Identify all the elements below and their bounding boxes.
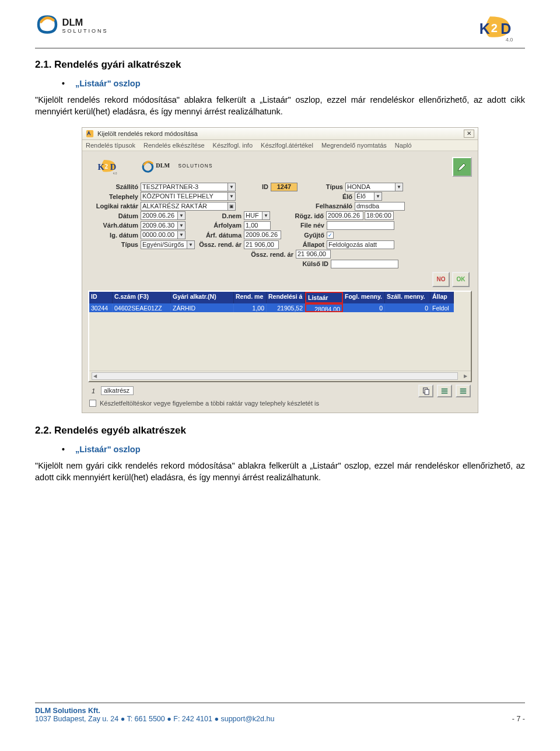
label-osszrend2: Össz. rend. ár [247, 251, 296, 258]
cell: 04602SEAE01ZZ [113, 303, 171, 312]
cell: ZÁRHID [171, 303, 234, 312]
col-rendelesi[interactable]: Rendelési á [267, 292, 305, 303]
field-id[interactable]: 1247 [271, 183, 298, 191]
label-tipus: Típus [298, 183, 345, 190]
window-close-icon[interactable]: ✕ [464, 130, 474, 138]
cell: 1,00 [234, 303, 267, 312]
col-rendme[interactable]: Rend. me [234, 292, 267, 303]
svg-text:DLM: DLM [156, 162, 170, 169]
field-tipus2[interactable]: Egyéni/Sürgős [141, 240, 187, 249]
edit-button[interactable] [452, 157, 472, 177]
menu-item[interactable]: Rendelés elkészítése [144, 142, 205, 149]
field-dnem[interactable]: HUF [244, 211, 262, 220]
footer-address: 1037 Budapest, Zay u. 24 ● T: 661 5500 ●… [35, 715, 274, 723]
field-rogz-time[interactable]: 18:06:00 [365, 211, 394, 220]
chevron-down-icon[interactable]: ▼ [228, 192, 236, 201]
label-tipus2: Típus [88, 241, 141, 248]
checkbox-keszlet[interactable] [89, 400, 96, 407]
label-kulsoid: Külső ID [296, 260, 331, 267]
menu-item[interactable]: Készlfogl. info [213, 142, 253, 149]
col-foglmenny[interactable]: Fogl. menny. [343, 292, 385, 303]
menu-item[interactable]: Rendelés típusok [86, 142, 135, 149]
svg-text:SOLUTIONS: SOLUTIONS [62, 28, 108, 34]
field-allapot[interactable]: Feldolgozás alatt [327, 240, 394, 249]
field-tipus[interactable]: HONDA [345, 183, 396, 191]
field-felh[interactable]: dmsdba [355, 202, 405, 211]
menu-item[interactable]: Napló [395, 142, 412, 149]
cell: 0 [343, 303, 385, 312]
menu-item[interactable]: Megrendelő nyomtatás [321, 142, 387, 149]
col-cszam[interactable]: C.szám (F3) [113, 292, 171, 303]
field-kulsoid[interactable] [331, 260, 398, 268]
field-telephely[interactable]: KÖZPONTI TELEPHELY [141, 192, 228, 201]
label-telephely: Telephely [88, 193, 141, 200]
checkbox-gyujto[interactable]: ✓ [327, 232, 334, 239]
field-arfdat[interactable]: 2009.06.26 [244, 230, 281, 239]
label-varh: Várh.dátum [88, 222, 141, 229]
svg-text:D: D [110, 162, 116, 172]
field-varh[interactable]: 2009.06.30 [141, 221, 178, 230]
field-elo[interactable]: Élő [355, 192, 374, 201]
chevron-down-icon[interactable]: ▼ [374, 192, 382, 201]
svg-text:K: K [98, 162, 105, 172]
label-arfdat: Árf. dátuma [186, 232, 244, 239]
table-row[interactable]: 30244 04602SEAE01ZZ ZÁRHID 1,00 21905,52… [89, 303, 471, 312]
embedded-screenshot: Kijelölt rendelés rekord módosítása ✕ Re… [82, 127, 478, 413]
window-icon [86, 130, 94, 138]
label-igdatum: Ig. dátum [88, 232, 141, 239]
chevron-down-icon[interactable]: ▼ [178, 211, 186, 220]
chevron-down-icon[interactable]: ▼ [228, 183, 236, 191]
cell: Feldol [430, 303, 454, 312]
chevron-down-icon[interactable]: ▼ [396, 183, 403, 191]
no-button[interactable]: NO [432, 272, 450, 287]
chevron-down-icon[interactable]: ▼ [187, 240, 195, 249]
field-arfolyam[interactable]: 1,00 [244, 221, 271, 230]
chevron-down-icon[interactable]: ▼ [178, 230, 186, 239]
label-datum: Dátum [88, 212, 141, 219]
field-datum[interactable]: 2009.06.26 [141, 211, 178, 220]
data-grid: ID C.szám (F3) Gyári alkatr.(N) Rend. me… [88, 291, 472, 382]
field-osszrend[interactable]: 21 906,00 [244, 240, 279, 249]
ok-button[interactable]: OK [452, 272, 470, 287]
row-count: 1 [89, 387, 97, 394]
page-number: - 7 - [512, 715, 525, 723]
col-allap[interactable]: Állap [430, 292, 454, 303]
col-listaar[interactable]: Listaár [305, 292, 343, 303]
field-osszrend2[interactable]: 21 906,00 [296, 250, 331, 259]
label-raktar: Logikai raktár [88, 202, 141, 209]
form-region: Szállító TESZTPARTNER-3▼ ID 1247 Típus H… [88, 183, 472, 268]
label-filenev: File név [271, 222, 327, 229]
svg-text:SOLUTIONS: SOLUTIONS [178, 163, 213, 169]
menu-item[interactable]: Készlfogl.átértékel [261, 142, 313, 149]
col-id[interactable]: ID [89, 292, 113, 303]
field-filenev[interactable] [327, 221, 394, 230]
section-2-1-bullet: „Listaár" oszlop [62, 79, 525, 88]
page-footer: DLM Solutions Kft. 1037 Budapest, Zay u.… [0, 707, 560, 732]
field-rogz[interactable]: 2009.06.26 [326, 211, 363, 220]
svg-text:K: K [480, 20, 490, 37]
checkbox-keszlet-label: Készletfeltöltéskor vegye figyelembe a t… [100, 400, 319, 407]
col-szallmenny[interactable]: Száll. menny. [385, 292, 430, 303]
grid-header: ID C.szám (F3) Gyári alkatr.(N) Rend. me… [89, 292, 471, 303]
cell: 21905,52 [267, 303, 305, 312]
chevron-down-icon[interactable]: ▼ [178, 221, 186, 230]
chevron-down-icon[interactable]: ▼ [262, 211, 270, 220]
cell-listaar: 28084,00 [305, 303, 343, 312]
section-2-1-paragraph: "Kijelölt rendelés rekord módosítása" ab… [35, 94, 525, 118]
section-2-2-paragraph: "Kijelölt nem gyári cikk rendelés rekord… [35, 460, 525, 484]
k2d-logo: K 2 D 4.0 [467, 13, 525, 44]
copy-button[interactable] [418, 385, 433, 397]
header-divider [35, 48, 525, 48]
list-button-1[interactable] [437, 385, 452, 397]
scrollbar-horizontal[interactable] [92, 372, 458, 380]
section-2-2-heading: 2.2. Rendelés egyéb alkatrészek [35, 425, 525, 436]
field-szallito[interactable]: TESZTPARTNER-3 [141, 183, 228, 191]
col-gyari[interactable]: Gyári alkatr.(N) [171, 292, 234, 303]
lookup-icon[interactable]: ▣ [228, 202, 236, 211]
category-field[interactable]: alkatrész [101, 386, 134, 395]
svg-text:2: 2 [104, 163, 108, 170]
svg-rect-15 [425, 389, 429, 394]
list-button-2[interactable] [456, 385, 471, 397]
field-igdatum[interactable]: 0000.00.00 [141, 230, 178, 239]
field-raktar[interactable]: ALKATRÉSZ RAKTÁR [141, 202, 228, 211]
